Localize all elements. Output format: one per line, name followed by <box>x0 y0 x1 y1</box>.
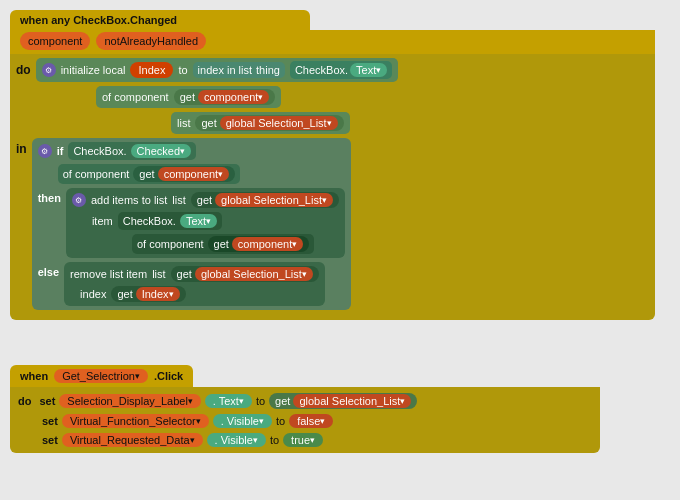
init-block: ⚙ initialize local Index to index in lis… <box>36 58 399 82</box>
checkbox-checked-block: CheckBox. Checked ▾ <box>68 142 196 160</box>
list-label3: list <box>152 268 165 280</box>
param1-label: component <box>28 35 82 47</box>
when-label2: when <box>20 370 48 382</box>
index-label: Index <box>138 64 165 76</box>
else-section: else remove list item list get global Se… <box>38 262 345 306</box>
visible-prop2-dd[interactable]: . Visible ▾ <box>207 433 266 447</box>
get-selection-label: Get_Selectrion <box>62 370 135 382</box>
comp3-dd-label: component <box>238 238 292 250</box>
get-comp3-block: get component ▾ <box>208 236 310 252</box>
of-comp3-label: of component <box>137 238 204 250</box>
block1-container: when any CheckBox.Changed component notA… <box>10 10 655 320</box>
get-sel3: get <box>177 268 192 280</box>
if-block: ⚙ if CheckBox. Checked ▾ <box>32 138 351 310</box>
virt-req-dd[interactable]: Virtual_Requested_Data ▾ <box>62 433 203 447</box>
sel2-dd[interactable]: global Selection_List ▾ <box>215 193 333 207</box>
comp2-dd[interactable]: component ▾ <box>158 167 229 181</box>
global-sel-dd[interactable]: global Selection_List ▾ <box>220 116 338 130</box>
event-label: when any CheckBox.Changed <box>20 14 177 26</box>
text-dd2[interactable]: Text ▾ <box>180 214 217 228</box>
get-sel3-block: get global Selection_List ▾ <box>171 266 319 282</box>
do-body: do ⚙ initialize local Index to index in … <box>10 54 655 320</box>
get-label-b2: get <box>275 395 290 407</box>
virt-func-dd[interactable]: Virtual_Function_Selector ▾ <box>62 414 209 428</box>
list-block: list get global Selection_List ▾ <box>171 112 350 134</box>
sel3-dd-label: global Selection_List <box>201 268 302 280</box>
do-label: do <box>16 63 31 77</box>
checkbox-label: CheckBox. <box>295 64 348 76</box>
of-component-block: of component get component ▾ <box>96 86 281 108</box>
get-selection-dd[interactable]: Get_Selectrion ▾ <box>54 369 148 383</box>
set3-row: set Virtual_Requested_Data ▾ . Visible ▾… <box>42 433 592 447</box>
sel3-dd[interactable]: global Selection_List ▾ <box>195 267 313 281</box>
sel2-dd-label: global Selection_List <box>221 194 322 206</box>
of-comp2-label: of component <box>63 168 130 180</box>
add-items-label: add items to list <box>91 194 167 206</box>
to-label1: to <box>256 395 265 407</box>
get-label2: get <box>201 117 216 129</box>
of-component-label: of component <box>102 91 169 103</box>
text-dd1[interactable]: Text ▾ <box>350 63 387 77</box>
get-index-label: get <box>117 288 132 300</box>
item-label: item <box>92 215 113 227</box>
if-of-comp-block: of component get component ▾ <box>58 164 240 184</box>
to-label3: to <box>270 434 279 446</box>
get-comp2-block: get component ▾ <box>133 166 235 182</box>
list-row: list get global Selection_List ▾ <box>171 112 649 134</box>
sel-display-label: Selection_Display_Label <box>67 395 187 407</box>
global-sel-dd-arrow: ▾ <box>327 118 332 128</box>
set2-row: set Virtual_Function_Selector ▾ . Visibl… <box>42 414 592 428</box>
component-dd1-label: component <box>204 91 258 103</box>
index-badge: Index <box>130 62 173 78</box>
then-section: then ⚙ add items to list list get g <box>38 188 345 258</box>
sel-display-dd[interactable]: Selection_Display_Label ▾ <box>59 394 200 408</box>
remove-list-label: remove list item <box>70 268 147 280</box>
if-header-row: ⚙ if CheckBox. Checked ▾ <box>38 142 345 160</box>
index-row: index get Index ▾ <box>80 286 319 302</box>
false-dd[interactable]: false ▾ <box>289 414 333 428</box>
param1-badge: component <box>20 32 90 50</box>
checkbox-text-block: CheckBox. Text ▾ <box>290 61 392 79</box>
do-init-row: do ⚙ initialize local Index to index in … <box>16 58 649 82</box>
then-label: then <box>38 192 61 204</box>
virt-func-label: Virtual_Function_Selector <box>70 415 196 427</box>
get-global-block: get global Selection_List ▾ <box>269 393 417 409</box>
component-dd1[interactable]: component ▾ <box>198 90 269 104</box>
gear-icon1: ⚙ <box>42 63 56 77</box>
visible-prop1-label: . Visible <box>221 415 259 427</box>
add-items-block: ⚙ add items to list list get global Sele… <box>66 188 345 258</box>
event-header: when any CheckBox.Changed <box>10 10 310 30</box>
checkbox-text2-label: CheckBox. <box>123 215 176 227</box>
to-label2: to <box>276 415 285 427</box>
get-comp3-label: get <box>214 238 229 250</box>
if-label: if <box>57 145 64 157</box>
get-comp2-label: get <box>139 168 154 180</box>
text-dd2-label: Text <box>186 215 206 227</box>
of-component-row: of component get component ▾ <box>96 86 649 108</box>
get-index-block: get Index ▾ <box>111 286 185 302</box>
true-dd[interactable]: true ▾ <box>283 433 323 447</box>
index-val-dd[interactable]: Index ▾ <box>136 287 180 301</box>
index-in-list-block: index in list thing <box>193 62 285 78</box>
item-of-comp-block: of component get component ▾ <box>132 234 314 254</box>
get-sel2: get <box>197 194 212 206</box>
get-sel2-block: get global Selection_List ▾ <box>191 192 339 208</box>
else-label: else <box>38 266 59 278</box>
comp3-dd[interactable]: component ▾ <box>232 237 303 251</box>
checked-dd[interactable]: Checked ▾ <box>131 144 191 158</box>
visible-prop2-label: . Visible <box>215 434 253 446</box>
gear-icon3: ⚙ <box>72 193 86 207</box>
get-label1: get <box>180 91 195 103</box>
visible-prop1-dd[interactable]: . Visible ▾ <box>213 414 272 428</box>
checkbox-text2-block: CheckBox. Text ▾ <box>118 212 222 230</box>
checkbox-checked-label: CheckBox. <box>73 145 126 157</box>
text-prop1-label: . Text <box>213 395 239 407</box>
text-prop1-dd[interactable]: . Text ▾ <box>205 394 252 408</box>
if-of-comp-row: of component get component ▾ <box>58 164 345 184</box>
item-row: item CheckBox. Text ▾ <box>92 212 339 230</box>
set-label3: set <box>42 434 58 446</box>
item-of-comp-row: of component get component ▾ <box>132 234 339 254</box>
add-items-row: ⚙ add items to list list get global Sele… <box>72 192 339 208</box>
global-sel-dd2[interactable]: global Selection_List ▾ <box>293 394 411 408</box>
thing-label: thing <box>256 64 280 76</box>
